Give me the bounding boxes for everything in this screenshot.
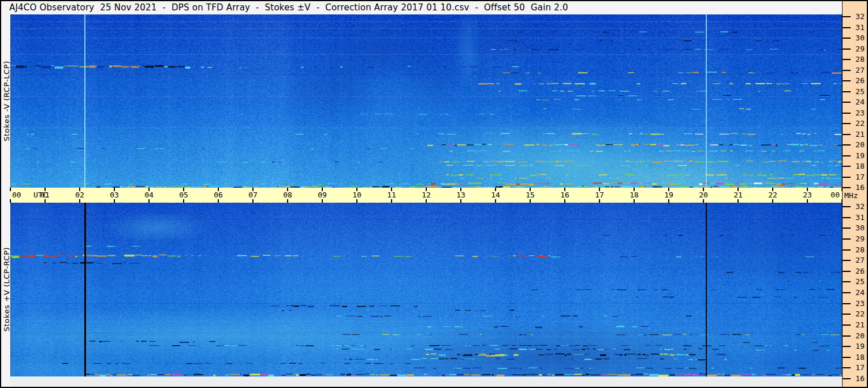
spectrogram-top-canvas — [10, 14, 842, 188]
mhz-unit-label: MHz — [844, 191, 858, 200]
freq-label-29: 29 — [851, 234, 865, 243]
freq-label-19: 19 — [851, 151, 865, 160]
freq-label-26: 26 — [851, 76, 865, 85]
freq-label-30: 30 — [851, 223, 865, 232]
freq-tick — [843, 314, 851, 315]
freq-tick — [843, 166, 851, 167]
freq-label-24: 24 — [851, 98, 865, 106]
freq-label-25: 25 — [851, 87, 865, 96]
freq-label-32: 32 — [851, 202, 865, 211]
freq-tick — [843, 123, 851, 124]
freq-label-27: 27 — [851, 256, 865, 264]
freq-tick — [843, 59, 851, 60]
time-label-00-start: 00 — [12, 191, 21, 199]
freq-tick — [843, 80, 851, 81]
freq-label-25: 25 — [851, 277, 865, 286]
freq-label-28: 28 — [851, 245, 865, 254]
freq-tick — [843, 271, 851, 272]
freq-tick — [843, 324, 851, 326]
time-label-16: 16 — [557, 191, 573, 199]
freq-label-21: 21 — [851, 130, 865, 139]
freq-label-22: 22 — [851, 309, 865, 318]
time-label-17: 17 — [591, 191, 608, 199]
freq-tick — [843, 177, 851, 178]
freq-label-17: 17 — [851, 173, 865, 181]
freq-label-29: 29 — [851, 44, 865, 53]
freq-label-27: 27 — [851, 66, 865, 74]
freq-label-30: 30 — [851, 33, 865, 42]
panel-label-stokes-pos-v: Stokes +V (LCP-RCP) — [2, 247, 11, 332]
freq-tick — [843, 260, 851, 261]
freq-tick — [843, 144, 851, 146]
freq-tick — [843, 102, 851, 103]
freq-tick — [843, 134, 851, 135]
freq-tick — [843, 70, 851, 71]
panel-label-stokes-neg-v: Stokes -V (RCP-LCP) — [2, 61, 11, 141]
time-label-08: 08 — [280, 191, 296, 199]
freq-tick — [843, 367, 851, 368]
time-label-20: 20 — [695, 191, 711, 199]
freq-tick — [843, 227, 851, 229]
freq-tick — [843, 238, 851, 240]
time-label-11: 11 — [383, 191, 400, 199]
spectrogram-bottom-canvas — [10, 203, 842, 376]
time-label-03: 03 — [106, 191, 122, 199]
time-label-02: 02 — [72, 191, 88, 199]
freq-label-23: 23 — [851, 109, 865, 117]
freq-tick — [843, 292, 851, 293]
freq-tick — [843, 113, 851, 114]
freq-tick — [843, 16, 851, 17]
footer-strip — [10, 376, 842, 387]
freq-tick — [843, 378, 851, 379]
freq-label-20: 20 — [851, 331, 865, 340]
freq-tick — [843, 91, 851, 92]
freq-tick — [843, 155, 851, 156]
freq-tick — [843, 303, 851, 304]
time-label-00-end: 00 — [824, 191, 840, 199]
freq-label-16: 16 — [851, 183, 865, 192]
time-label-19: 19 — [661, 191, 677, 199]
freq-label-20: 20 — [851, 140, 865, 149]
freq-label-22: 22 — [851, 119, 865, 128]
freq-label-28: 28 — [851, 55, 865, 64]
freq-label-19: 19 — [851, 342, 865, 350]
time-axis-band: 0001020304050607080910111213141516171819… — [10, 188, 842, 203]
freq-tick — [843, 281, 851, 282]
time-label-14: 14 — [487, 191, 504, 199]
time-label-22: 22 — [765, 191, 781, 199]
time-axis-utc-label: UTC — [33, 191, 47, 199]
freq-label-23: 23 — [851, 299, 865, 308]
freq-tick — [843, 335, 851, 337]
freq-label-16: 16 — [851, 374, 865, 383]
time-label-21: 21 — [730, 191, 746, 199]
time-label-09: 09 — [314, 191, 330, 199]
freq-label-18: 18 — [851, 162, 865, 170]
time-label-15: 15 — [522, 191, 538, 199]
freq-tick — [843, 346, 851, 347]
time-tick — [10, 188, 11, 191]
freq-tick — [843, 38, 851, 39]
freq-tick — [843, 206, 851, 207]
freq-label-26: 26 — [851, 267, 865, 275]
freq-tick — [843, 27, 851, 28]
time-label-18: 18 — [626, 191, 642, 199]
freq-tick — [843, 187, 851, 188]
time-label-07: 07 — [245, 191, 261, 199]
freq-tick — [843, 217, 851, 218]
freq-label-24: 24 — [851, 288, 865, 297]
frequency-axis-column: MHz 323130292827262524232221201918171632… — [842, 1, 867, 387]
freq-label-32: 32 — [851, 12, 865, 21]
time-label-10: 10 — [349, 191, 365, 199]
freq-label-17: 17 — [851, 363, 865, 372]
spectrograph-window: AJ4CO Observatory 25 Nov 2021 - DPS on T… — [0, 0, 868, 388]
time-label-13: 13 — [453, 191, 469, 199]
freq-label-31: 31 — [851, 213, 865, 222]
time-label-12: 12 — [418, 191, 434, 199]
title-bar: AJ4CO Observatory 25 Nov 2021 - DPS on T… — [1, 1, 842, 14]
time-label-04: 04 — [141, 191, 157, 199]
freq-label-18: 18 — [851, 353, 865, 361]
time-label-06: 06 — [210, 191, 226, 199]
time-label-05: 05 — [176, 191, 192, 199]
freq-tick — [843, 249, 851, 251]
freq-tick — [843, 48, 851, 50]
